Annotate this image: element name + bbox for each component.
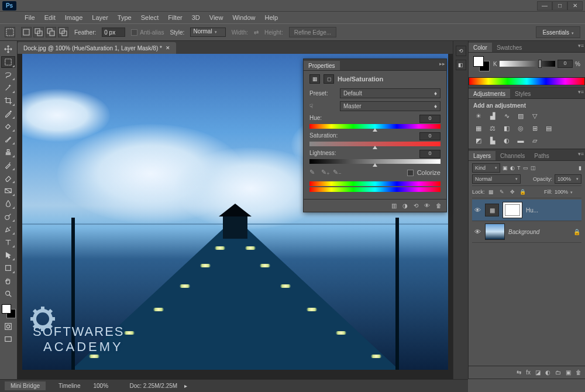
prev-state-icon[interactable]: ◑ <box>402 202 408 209</box>
panel-menu-icon[interactable]: ▾≡ <box>578 43 584 49</box>
tab-swatches[interactable]: Swatches <box>492 43 526 52</box>
layer-row[interactable]: 👁 ▦ Hu... <box>472 200 581 221</box>
blend-mode-select[interactable]: Normal <box>472 174 521 184</box>
subtract-selection-icon[interactable] <box>46 27 56 37</box>
preset-select[interactable]: Default♦ <box>340 88 441 98</box>
visibility-icon[interactable]: 👁 <box>473 228 481 235</box>
properties-dock-icon[interactable]: ◧ <box>456 60 466 70</box>
curves-icon[interactable]: ∿ <box>501 111 512 121</box>
blur-tool-icon[interactable] <box>1 198 15 209</box>
feather-input[interactable] <box>102 27 125 37</box>
eraser-tool-icon[interactable] <box>1 172 15 184</box>
lock-trans-icon[interactable]: ▩ <box>487 188 495 196</box>
path-select-tool-icon[interactable] <box>1 249 15 261</box>
colorbalance-icon[interactable]: ⚖ <box>487 123 498 133</box>
levels-icon[interactable]: ▟ <box>487 111 498 121</box>
menu-window[interactable]: Window <box>228 13 260 22</box>
dodge-tool-icon[interactable] <box>1 211 15 222</box>
selcolor-icon[interactable]: ▱ <box>529 136 540 145</box>
hue-slider[interactable] <box>309 124 441 129</box>
k-slider[interactable] <box>500 61 555 67</box>
move-tool-icon[interactable] <box>1 43 15 55</box>
tab-properties[interactable]: Properties <box>304 61 340 70</box>
lock-all-icon[interactable]: 🔒 <box>519 188 527 196</box>
gradient-tool-icon[interactable] <box>1 185 15 197</box>
tab-color[interactable]: Color <box>469 43 492 52</box>
fill-input[interactable]: 100% <box>555 189 581 195</box>
lasso-tool-icon[interactable] <box>1 69 15 81</box>
invert-icon[interactable]: ◩ <box>473 136 484 145</box>
clip-icon[interactable]: ▥ <box>391 202 397 209</box>
menu-layer[interactable]: Layer <box>87 13 113 22</box>
posterize-icon[interactable]: ▙ <box>487 136 498 145</box>
tool-preset-icon[interactable] <box>5 27 15 37</box>
channelmixer-icon[interactable]: ⊞ <box>529 123 540 133</box>
timeline-tab[interactable]: Timeline <box>53 381 86 390</box>
history-dock-icon[interactable]: ⟲ <box>456 46 466 56</box>
layer-name[interactable]: Background <box>508 229 570 235</box>
color-picker-swatch[interactable] <box>473 56 490 71</box>
menu-type[interactable]: Type <box>113 13 136 22</box>
new-layer-icon[interactable]: ▣ <box>566 369 571 376</box>
history-brush-tool-icon[interactable] <box>1 159 15 171</box>
lightness-slider[interactable] <box>309 159 441 164</box>
window-close[interactable]: ✕ <box>567 1 583 11</box>
exposure-icon[interactable]: ▨ <box>515 111 526 121</box>
new-selection-icon[interactable] <box>21 27 32 37</box>
stamp-tool-icon[interactable] <box>1 146 15 158</box>
hue-value[interactable]: 0 <box>419 115 441 123</box>
intersect-selection-icon[interactable] <box>58 27 68 37</box>
pen-tool-icon[interactable] <box>1 223 15 235</box>
lock-paint-icon[interactable]: ✎ <box>498 188 506 196</box>
crop-tool-icon[interactable] <box>1 95 15 106</box>
menu-3d[interactable]: 3D <box>187 13 205 22</box>
panel-menu-icon[interactable]: ▾≡ <box>578 151 584 157</box>
properties-panel[interactable]: Properties ▸▸ ▦ ◻ Hue/Saturation Preset:… <box>303 59 447 212</box>
menu-edit[interactable]: Edit <box>40 13 60 22</box>
menu-select[interactable]: Select <box>136 13 164 22</box>
huesat-icon[interactable]: ▦ <box>473 123 484 133</box>
layer-mask-thumb[interactable] <box>503 202 522 218</box>
visibility-icon[interactable]: 👁 <box>473 207 481 214</box>
tab-styles[interactable]: Styles <box>510 89 535 98</box>
menu-image[interactable]: Image <box>60 13 88 22</box>
heal-tool-icon[interactable] <box>1 121 15 132</box>
eyedropper-tool-icon[interactable] <box>1 108 15 119</box>
filter-smart-icon[interactable]: ◫ <box>531 165 536 171</box>
lightness-value[interactable]: 0 <box>419 150 441 158</box>
k-value[interactable]: 0 <box>558 60 573 68</box>
menu-view[interactable]: View <box>205 13 228 22</box>
colorlookup-icon[interactable]: ▤ <box>543 123 554 133</box>
tab-paths[interactable]: Paths <box>529 151 554 160</box>
menu-file[interactable]: File <box>20 13 40 22</box>
tab-adjustments[interactable]: Adjustments <box>469 89 510 98</box>
window-maximize[interactable]: □ <box>552 1 567 11</box>
document-tab[interactable]: Dock.jpg @ 100% (Hue/Saturation 1, Layer… <box>18 42 176 54</box>
trash-icon[interactable]: 🗑 <box>576 369 581 376</box>
close-tab-icon[interactable]: ✕ <box>166 45 170 51</box>
wand-tool-icon[interactable] <box>1 82 15 94</box>
layer-filter-select[interactable]: Kind <box>472 163 500 173</box>
bw-icon[interactable]: ◧ <box>501 123 512 133</box>
doc-info-chevron-icon[interactable]: ▸ <box>184 383 187 389</box>
threshold-icon[interactable]: ◐ <box>501 136 512 145</box>
visibility-icon[interactable]: 👁 <box>424 202 430 209</box>
eyedropper-sub-icon[interactable]: ✎₋ <box>333 169 341 177</box>
vibrance-icon[interactable]: ▽ <box>529 111 540 121</box>
filter-toggle-icon[interactable]: ▮ <box>579 165 581 171</box>
adj-layer-icon[interactable]: ◐ <box>545 369 550 376</box>
filter-shape-icon[interactable]: ▭ <box>523 165 528 171</box>
tab-channels[interactable]: Channels <box>495 151 529 160</box>
link-layers-icon[interactable]: ⇆ <box>517 369 521 376</box>
layer-name[interactable]: Hu... <box>526 207 580 214</box>
brightness-icon[interactable]: ☀ <box>473 111 484 121</box>
brush-tool-icon[interactable] <box>1 133 15 145</box>
filter-adj-icon[interactable]: ◐ <box>510 165 515 171</box>
channel-select[interactable]: Master♦ <box>340 101 441 111</box>
marquee-tool-icon[interactable] <box>1 56 15 68</box>
menu-filter[interactable]: Filter <box>163 13 187 22</box>
photofilter-icon[interactable]: ◎ <box>515 123 526 133</box>
opacity-input[interactable]: 100% <box>555 174 581 184</box>
workspace-button[interactable]: Essentials <box>536 26 580 38</box>
filter-type-icon[interactable]: T <box>517 165 521 171</box>
